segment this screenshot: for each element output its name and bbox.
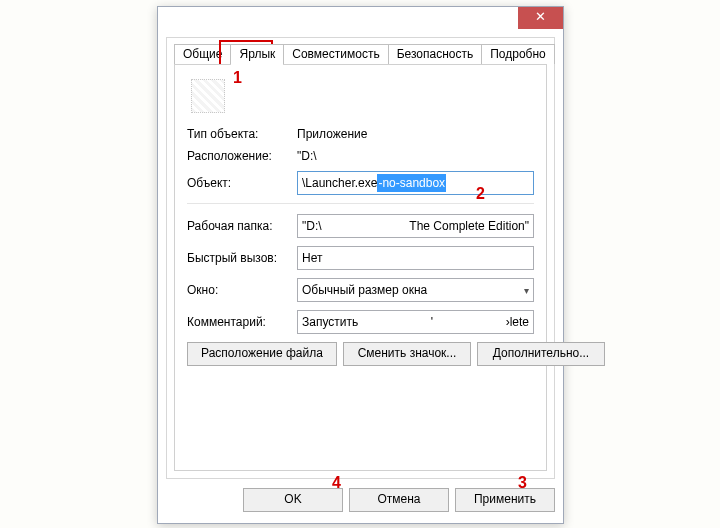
apply-button[interactable]: Применить: [455, 488, 555, 512]
tab-panel-shortcut: Тип объекта: Приложение Расположение: "D…: [174, 64, 547, 471]
chevron-down-icon: ▾: [524, 285, 529, 296]
value-location: "D:\: [297, 149, 534, 163]
ok-button[interactable]: OK: [243, 488, 343, 512]
input-target[interactable]: \Launcher.exe -no-sandbox: [297, 171, 534, 195]
properties-dialog: ✕ Общие Ярлык Совместимость Безопасность…: [157, 6, 564, 524]
dialog-footer: OK Отмена Применить: [166, 485, 555, 515]
tab-compatibility[interactable]: Совместимость: [283, 44, 388, 64]
input-comment[interactable]: Запустить ' ›lete: [297, 310, 534, 334]
tab-shortcut[interactable]: Ярлык: [230, 44, 284, 64]
label-shortcutkey: Быстрый вызов:: [187, 251, 297, 265]
change-icon-button[interactable]: Сменить значок...: [343, 342, 471, 366]
workdir-right: The Complete Edition": [409, 217, 529, 235]
label-comment: Комментарий:: [187, 315, 297, 329]
select-window-mode[interactable]: Обычный размер окна ▾: [297, 278, 534, 302]
titlebar: ✕: [158, 7, 563, 35]
dialog-inner: Общие Ярлык Совместимость Безопасность П…: [166, 37, 555, 479]
input-shortcutkey[interactable]: Нет: [297, 246, 534, 270]
tab-security[interactable]: Безопасность: [388, 44, 483, 64]
tab-general[interactable]: Общие: [174, 44, 231, 64]
label-workdir: Рабочая папка:: [187, 219, 297, 233]
input-workdir[interactable]: "D:\ The Complete Edition": [297, 214, 534, 238]
comment-left: Запустить: [302, 313, 358, 331]
tab-strip: Общие Ярлык Совместимость Безопасность П…: [174, 44, 554, 64]
shortcutkey-value: Нет: [302, 249, 322, 267]
close-icon: ✕: [535, 9, 546, 24]
advanced-button[interactable]: Дополнительно...: [477, 342, 605, 366]
separator: [187, 203, 534, 204]
comment-mid: ': [431, 313, 433, 331]
target-prefix: \Launcher.exe: [302, 174, 377, 192]
cancel-button[interactable]: Отмена: [349, 488, 449, 512]
label-window: Окно:: [187, 283, 297, 297]
value-type: Приложение: [297, 127, 534, 141]
tab-details[interactable]: Подробно: [481, 44, 555, 64]
workdir-left: "D:\: [302, 217, 322, 235]
label-target: Объект:: [187, 176, 297, 190]
close-button[interactable]: ✕: [518, 7, 563, 29]
comment-right: ›lete: [506, 313, 529, 331]
action-button-row: Расположение файла Сменить значок... Доп…: [187, 342, 534, 366]
label-type: Тип объекта:: [187, 127, 297, 141]
open-file-location-button[interactable]: Расположение файла: [187, 342, 337, 366]
label-location: Расположение:: [187, 149, 297, 163]
target-selected-text: -no-sandbox: [377, 174, 446, 192]
shortcut-icon: [191, 79, 225, 113]
select-window-value: Обычный размер окна: [302, 283, 427, 297]
